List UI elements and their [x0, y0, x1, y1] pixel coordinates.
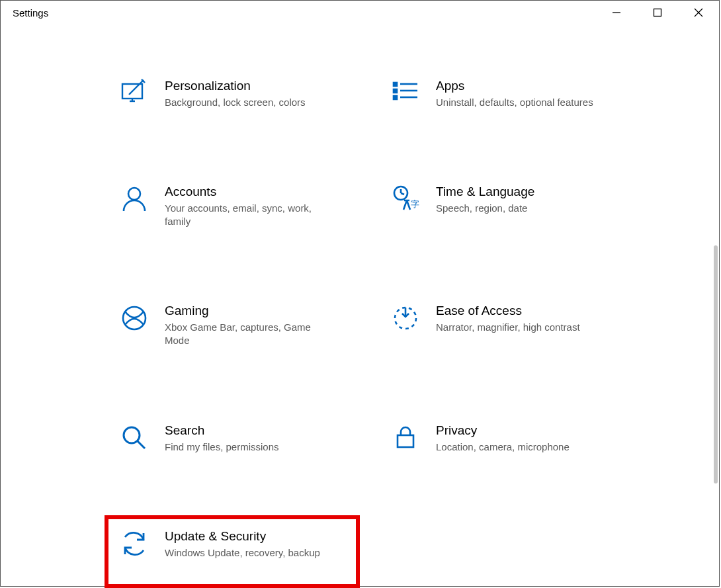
tile-apps[interactable]: Apps Uninstall, defaults, optional featu… — [378, 67, 642, 136]
svg-point-22 — [124, 427, 140, 443]
svg-rect-24 — [398, 435, 413, 447]
gaming-icon — [120, 304, 149, 333]
window-title: Settings — [13, 7, 48, 19]
svg-rect-8 — [394, 83, 397, 86]
tile-gaming[interactable]: Gaming Xbox Game Bar, captures, Game Mod… — [106, 292, 358, 374]
tile-accounts[interactable]: Accounts Your accounts, email, sync, wor… — [106, 173, 358, 255]
tile-subtitle: Find my files, permissions — [165, 441, 279, 454]
tile-ease-of-access[interactable]: Ease of Access Narrator, magnifier, high… — [378, 292, 642, 374]
tile-subtitle: Location, camera, microphone — [436, 441, 570, 454]
update-security-icon — [120, 529, 149, 558]
svg-line-23 — [138, 441, 145, 448]
tile-title: Ease of Access — [436, 304, 580, 318]
scrollbar[interactable] — [714, 245, 718, 483]
maximize-button[interactable] — [637, 1, 678, 24]
tile-subtitle: Your accounts, email, sync, work, family — [165, 202, 337, 228]
accounts-icon — [120, 185, 149, 214]
svg-line-17 — [401, 193, 404, 194]
privacy-icon — [391, 423, 420, 452]
tile-title: Gaming — [165, 304, 337, 318]
tile-title: Privacy — [436, 423, 570, 438]
tile-title: Personalization — [165, 79, 306, 93]
search-icon — [120, 423, 149, 452]
tile-personalization[interactable]: Personalization Background, lock screen,… — [106, 67, 358, 136]
tile-subtitle: Xbox Game Bar, captures, Game Mode — [165, 321, 337, 347]
tile-privacy[interactable]: Privacy Location, camera, microphone — [378, 411, 642, 480]
minimize-icon — [612, 8, 621, 17]
settings-grid: Personalization Background, lock screen,… — [106, 67, 699, 586]
minimize-button[interactable] — [596, 1, 637, 24]
tile-title: Accounts — [165, 185, 337, 199]
ease-of-access-icon — [391, 304, 420, 333]
titlebar: Settings — [1, 1, 719, 24]
personalization-icon — [120, 79, 149, 108]
settings-window: Settings — [0, 0, 720, 587]
svg-line-7 — [129, 80, 144, 95]
svg-text:字: 字 — [411, 199, 419, 209]
apps-icon — [391, 79, 420, 108]
tile-title: Search — [165, 423, 279, 438]
svg-rect-10 — [394, 96, 397, 99]
tile-title: Time & Language — [436, 185, 534, 199]
time-language-icon: 字 — [391, 185, 420, 214]
svg-point-14 — [128, 188, 140, 200]
tile-title: Update & Security — [165, 529, 320, 544]
tile-time-language[interactable]: 字 Time & Language Speech, region, date — [378, 173, 642, 255]
tile-subtitle: Windows Update, recovery, backup — [165, 546, 320, 560]
maximize-icon — [653, 8, 662, 17]
tile-subtitle: Speech, region, date — [436, 202, 534, 215]
tile-search[interactable]: Search Find my files, permissions — [106, 411, 358, 480]
close-icon — [694, 8, 703, 17]
close-button[interactable] — [678, 1, 719, 24]
tile-subtitle: Background, lock screen, colors — [165, 96, 306, 109]
tile-subtitle: Narrator, magnifier, high contrast — [436, 321, 580, 334]
tile-update-security[interactable]: Update & Security Windows Update, recove… — [106, 517, 358, 586]
tile-subtitle: Uninstall, defaults, optional features — [436, 96, 593, 109]
svg-rect-9 — [394, 89, 397, 93]
tile-title: Apps — [436, 79, 593, 93]
svg-rect-1 — [654, 9, 661, 17]
window-controls — [596, 1, 719, 24]
